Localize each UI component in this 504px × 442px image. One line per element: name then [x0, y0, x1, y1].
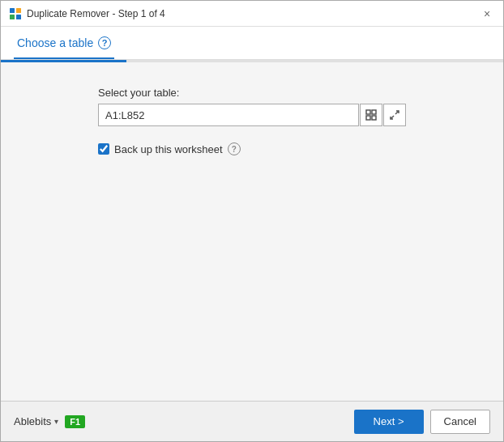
tab-label: Choose a table [17, 36, 93, 49]
table-range-input[interactable] [98, 104, 359, 126]
svg-rect-3 [16, 15, 21, 19]
backup-checkbox[interactable] [98, 143, 109, 155]
table-input-row [98, 104, 406, 126]
title-bar-left: Duplicate Remover - Step 1 of 4 [9, 7, 165, 20]
tab-header: Choose a table ? [1, 27, 503, 60]
main-window: Duplicate Remover - Step 1 of 4 × Choose… [0, 0, 504, 442]
svg-rect-7 [372, 116, 376, 120]
window-title: Duplicate Remover - Step 1 of 4 [27, 8, 165, 19]
title-bar: Duplicate Remover - Step 1 of 4 × [1, 1, 503, 27]
ablebits-text: Ablebits [14, 415, 51, 427]
next-button[interactable]: Next > [354, 410, 424, 434]
backup-help-icon[interactable]: ? [228, 142, 241, 155]
svg-rect-4 [366, 110, 370, 114]
backup-worksheet-row: Back up this worksheet ? [98, 142, 406, 155]
expand-icon-btn[interactable] [383, 104, 406, 126]
table-select-section: Select your table: [98, 87, 406, 126]
svg-rect-0 [10, 8, 15, 13]
main-content: Select your table: [1, 62, 503, 401]
svg-rect-5 [372, 110, 376, 114]
svg-rect-2 [10, 15, 15, 19]
select-table-label: Select your table: [98, 87, 406, 99]
ablebits-menu[interactable]: Ablebits ▾ [14, 415, 58, 427]
footer-left: Ablebits ▾ F1 [14, 415, 85, 428]
footer-right: Next > Cancel [354, 410, 490, 434]
footer: Ablebits ▾ F1 Next > Cancel [1, 401, 503, 441]
app-icon [9, 7, 22, 20]
f1-help-badge[interactable]: F1 [65, 415, 85, 428]
close-button[interactable]: × [477, 4, 497, 23]
select-range-icon-btn[interactable] [360, 104, 382, 126]
cancel-button[interactable]: Cancel [430, 410, 490, 434]
svg-rect-6 [366, 116, 370, 120]
tab-help-icon[interactable]: ? [98, 36, 111, 49]
choose-table-tab[interactable]: Choose a table ? [14, 27, 114, 59]
svg-rect-1 [16, 8, 21, 13]
ablebits-chevron-icon: ▾ [54, 417, 58, 426]
backup-label[interactable]: Back up this worksheet [114, 143, 223, 155]
